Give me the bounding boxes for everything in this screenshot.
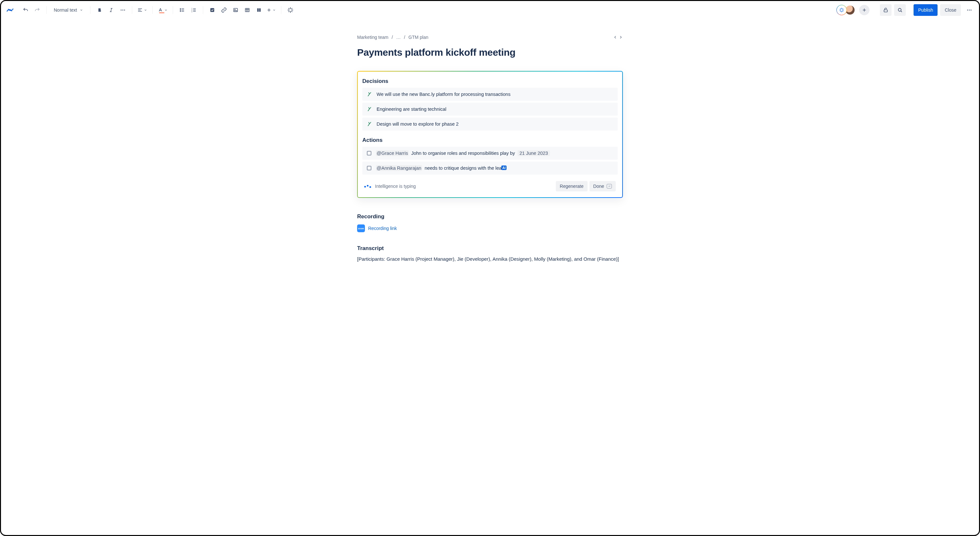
breadcrumb-leaf[interactable]: GTM plan	[408, 35, 428, 40]
recording-row: zoom Recording link	[357, 224, 623, 232]
toolbar-separator	[46, 6, 47, 14]
presence-avatars	[837, 5, 855, 15]
chevron-down-icon	[272, 8, 276, 12]
decision-item[interactable]: Design will move to explore for phase 2	[362, 117, 618, 130]
mention[interactable]: Annika Rangarajan	[376, 165, 422, 171]
ai-panel-footer: Intelligence is typing Regenerate Done	[362, 176, 618, 193]
text-style-select[interactable]: Normal text	[51, 5, 86, 15]
italic-button[interactable]	[106, 5, 116, 15]
action-content: Annika Rangarajan needs to critique desi…	[376, 165, 506, 171]
breadcrumb-sep: /	[391, 35, 393, 40]
decision-item[interactable]: Engineering are starting technical	[362, 103, 618, 116]
regenerate-button[interactable]: Regenerate	[556, 181, 587, 192]
svg-line-46	[840, 11, 841, 11]
action-item[interactable]: Annika Rangarajan needs to critique desi…	[362, 162, 618, 174]
decision-icon	[367, 92, 372, 97]
more-actions-button[interactable]	[964, 4, 975, 16]
svg-text:3: 3	[191, 11, 192, 13]
svg-line-38	[288, 11, 290, 12]
done-label: Done	[593, 184, 604, 189]
text-color-button[interactable]	[156, 5, 169, 15]
action-content: Grace Harris John to organise roles and …	[376, 151, 550, 156]
numbered-list-button[interactable]: 123	[189, 5, 199, 15]
checkbox[interactable]	[367, 151, 371, 155]
svg-line-47	[843, 8, 843, 9]
invite-button[interactable]	[859, 5, 870, 15]
ai-footer-buttons: Regenerate Done	[556, 181, 616, 192]
confluence-logo[interactable]	[5, 5, 15, 15]
toolbar-separator	[132, 6, 132, 14]
recording-heading: Recording	[357, 213, 623, 220]
link-button[interactable]	[219, 5, 229, 15]
transcript-heading: Transcript	[357, 245, 623, 252]
svg-rect-50	[884, 10, 888, 12]
bold-button[interactable]	[94, 5, 105, 15]
decisions-heading: Decisions	[362, 78, 618, 84]
done-button[interactable]: Done	[590, 181, 616, 192]
ai-presence-avatar[interactable]	[837, 5, 847, 15]
svg-point-53	[967, 10, 968, 11]
text-color-swatch	[159, 12, 164, 13]
decision-text: We will use the new Banc.ly platform for…	[377, 92, 511, 97]
app-frame: Normal text	[0, 0, 980, 536]
toolbar-left: Normal text	[5, 5, 835, 15]
decision-text: Design will move to explore for phase 2	[377, 121, 458, 127]
breadcrumb-mid[interactable]: …	[396, 35, 401, 40]
toolbar-separator	[173, 6, 173, 14]
insert-button[interactable]	[266, 5, 277, 15]
action-item-button[interactable]	[207, 5, 218, 15]
publish-label: Publish	[918, 8, 933, 13]
svg-point-4	[122, 10, 123, 11]
recording-link[interactable]: Recording link	[368, 226, 397, 231]
svg-point-51	[898, 8, 901, 11]
publish-button[interactable]: Publish	[913, 4, 937, 16]
svg-line-39	[291, 8, 292, 9]
image-button[interactable]	[231, 5, 241, 15]
checkbox[interactable]	[367, 166, 371, 170]
action-item[interactable]: Grace Harris John to organise roles and …	[362, 147, 618, 160]
toolbar-separator	[90, 6, 91, 14]
undo-button[interactable]	[21, 5, 31, 15]
mention[interactable]: Grace Harris	[376, 150, 409, 156]
page-content: Marketing team / … / GTM plan Payments p…	[357, 19, 623, 262]
action-body: needs to critique designs with the lea	[425, 165, 502, 171]
toolbar-separator	[203, 6, 203, 14]
layouts-button[interactable]	[254, 5, 264, 15]
svg-line-2	[110, 8, 111, 12]
svg-point-54	[969, 10, 970, 11]
search-button[interactable]	[894, 4, 906, 16]
enter-key-icon	[607, 184, 612, 189]
regenerate-label: Regenerate	[560, 184, 583, 189]
ai-cursor-badge: AI	[501, 165, 506, 170]
svg-point-9	[180, 8, 180, 9]
transcript-body[interactable]: [Participants: Grace Harris (Project Man…	[357, 256, 623, 262]
svg-line-44	[840, 8, 841, 9]
decision-item[interactable]: We will use the new Banc.ly platform for…	[362, 88, 618, 101]
breadcrumb-root[interactable]: Marketing team	[357, 35, 388, 40]
typing-indicator: Intelligence is typing	[364, 184, 416, 189]
toolbar-separator	[152, 6, 153, 14]
typing-label: Intelligence is typing	[375, 184, 416, 189]
restrictions-button[interactable]	[880, 4, 891, 16]
svg-line-45	[843, 11, 843, 11]
svg-point-11	[180, 11, 180, 12]
bullet-list-button[interactable]	[177, 5, 187, 15]
page-width-toggle[interactable]	[613, 35, 623, 40]
more-formatting-button[interactable]	[118, 5, 128, 15]
redo-button[interactable]	[32, 5, 43, 15]
chevron-down-icon	[164, 8, 167, 12]
close-button[interactable]: Close	[940, 4, 961, 16]
align-button[interactable]	[136, 5, 148, 15]
svg-point-55	[970, 10, 972, 11]
page-title[interactable]: Payments platform kickoff meeting	[357, 47, 623, 58]
arrow-left-icon	[613, 35, 618, 40]
text-style-label: Normal text	[54, 8, 77, 13]
action-body: John to organise roles and responsibilit…	[411, 151, 515, 156]
table-button[interactable]	[242, 5, 253, 15]
svg-line-37	[291, 11, 292, 12]
date-tag[interactable]: 21 June 2023	[517, 150, 550, 156]
svg-rect-21	[210, 8, 214, 12]
atlassian-intelligence-button[interactable]	[285, 5, 296, 15]
chevron-down-icon	[80, 8, 83, 12]
breadcrumb: Marketing team / … / GTM plan	[357, 35, 428, 40]
